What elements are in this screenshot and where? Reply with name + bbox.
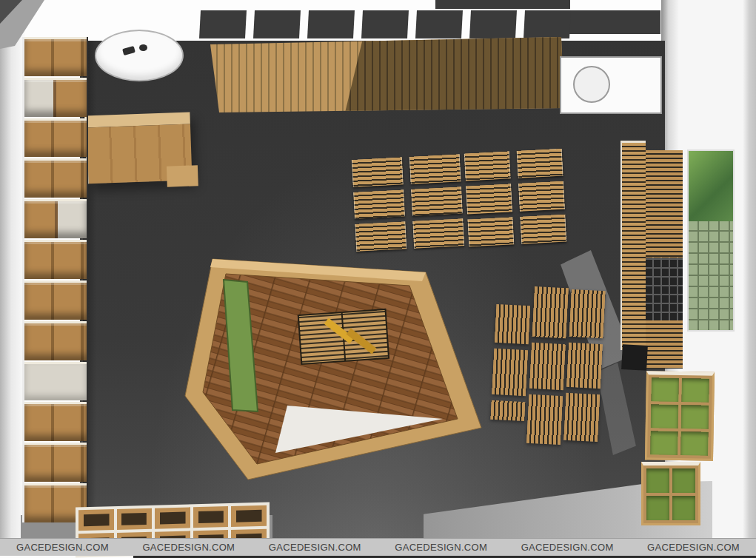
slat-table <box>353 189 405 219</box>
cabinet-cell <box>680 431 709 456</box>
cabinet-cell <box>672 468 695 493</box>
cubby-cell <box>193 506 229 528</box>
slat-display-tables <box>464 149 566 247</box>
slat-table <box>467 217 514 246</box>
ceiling-panel <box>566 10 660 34</box>
shelf-module <box>24 321 87 360</box>
watermark-text: GACEDESIGN.COM <box>647 542 740 553</box>
slat-bench <box>563 393 600 442</box>
ceiling-panel <box>435 0 570 9</box>
shelf-module <box>24 402 87 441</box>
slat-bench <box>495 304 531 344</box>
slat-table <box>464 151 511 181</box>
slat-table <box>352 157 404 186</box>
round-ceiling-table <box>95 30 184 81</box>
shelf-module <box>24 158 87 198</box>
vertical-slat-benches <box>490 304 531 430</box>
cabinet-cell <box>646 468 669 493</box>
watermark-text: GACEDESIGN.COM <box>142 542 235 553</box>
skylight-panel <box>469 10 517 38</box>
desk-return <box>167 165 198 186</box>
tall-slat-shelf <box>646 150 683 369</box>
watermark-text: GACEDESIGN.COM <box>16 542 109 553</box>
slat-table <box>409 154 461 184</box>
slat-display-tables <box>352 154 464 251</box>
left-wall <box>0 0 25 539</box>
slat-bench <box>529 343 566 390</box>
shelf-grid <box>646 258 683 320</box>
cabinet-cell <box>681 378 709 403</box>
slat-table <box>518 181 565 211</box>
skylight-panel <box>415 10 463 38</box>
watermark-text: GACEDESIGN.COM <box>269 542 361 553</box>
cubby-cell <box>155 507 190 528</box>
skylight-panel <box>523 10 571 38</box>
skylight-panel <box>307 10 355 38</box>
cabinet-cell <box>672 496 695 520</box>
art-thumbnail-grid <box>689 221 733 330</box>
skylight-panel <box>361 10 409 38</box>
art-image <box>689 151 733 221</box>
green-shelf-cabinet <box>641 462 700 525</box>
skylight-panels <box>200 10 570 38</box>
left-wall-shelving <box>22 37 88 522</box>
dark-stool <box>621 344 648 371</box>
green-wall-art <box>687 149 735 332</box>
skylight-panel <box>253 10 301 38</box>
cubby-cell <box>78 509 114 531</box>
green-shelf-cabinet <box>645 371 715 461</box>
cabinet-cell <box>650 431 678 455</box>
slat-table <box>520 214 566 243</box>
watermark-text: GACEDESIGN.COM <box>521 542 614 553</box>
slat-bench <box>490 400 525 421</box>
cabinet-cell <box>651 377 679 402</box>
shelf-module <box>24 240 87 279</box>
cabinet-cell <box>681 405 709 429</box>
shelf-module <box>24 78 87 117</box>
cabinet-cell <box>651 404 679 428</box>
shelf-module <box>24 37 87 76</box>
slat-bench <box>569 289 605 338</box>
skylight-panel <box>199 10 247 38</box>
cabinet-cell <box>646 496 669 520</box>
canopy-shadow-side <box>210 37 564 112</box>
slat-bench <box>526 394 563 445</box>
wood-platform-stage <box>178 244 496 488</box>
shelf-module <box>24 199 87 238</box>
slat-table <box>466 184 512 214</box>
shelf-module <box>24 362 87 401</box>
counter-basin <box>573 66 610 103</box>
table-item <box>139 44 147 51</box>
watermark-bar: GACEDESIGN.COM GACEDESIGN.COM GACEDESIGN… <box>0 538 756 556</box>
tall-slat-shelf <box>620 141 646 350</box>
cubby-cell <box>117 508 153 530</box>
table-item <box>122 46 136 56</box>
slat-bench <box>566 343 603 389</box>
interior-render: GACEDESIGN.COM GACEDESIGN.COM GACEDESIGN… <box>0 0 756 558</box>
slat-bench <box>492 349 528 396</box>
slat-table <box>517 149 563 178</box>
shelf-module <box>24 118 87 158</box>
shelf-module <box>24 280 87 320</box>
wood-slat-canopy <box>210 37 564 112</box>
white-counter-unit <box>560 56 662 114</box>
slat-bench <box>532 286 568 338</box>
reception-desk <box>84 112 190 184</box>
shelf-module <box>24 443 87 482</box>
watermark-text: GACEDESIGN.COM <box>395 542 487 553</box>
slat-table <box>411 186 463 216</box>
shelf-slats <box>646 150 683 258</box>
cubby-cell <box>231 505 267 527</box>
shelf-slats <box>646 320 683 369</box>
